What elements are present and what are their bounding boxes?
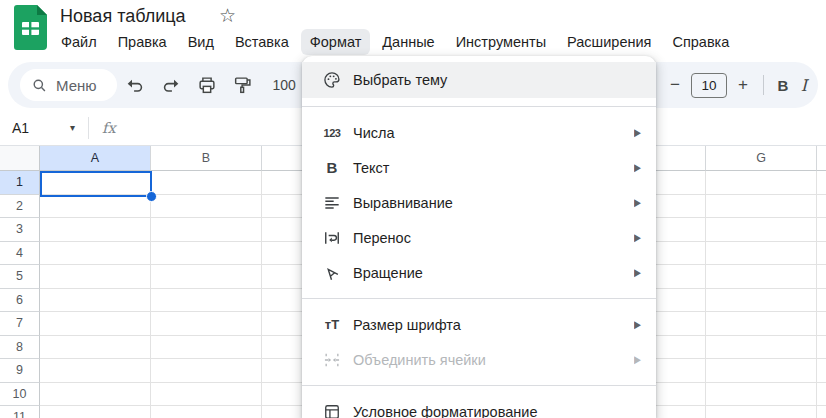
row-header-7[interactable]: 7 bbox=[0, 312, 40, 336]
menubar-item-extensions[interactable]: Расширения bbox=[558, 29, 660, 55]
submenu-arrow-icon: ▶ bbox=[634, 232, 641, 244]
menu-item-alignment[interactable]: Выравнивание ▶ bbox=[302, 185, 656, 220]
row-header-5[interactable]: 5 bbox=[0, 265, 40, 289]
menu-item-label: Условное форматирование bbox=[353, 404, 641, 418]
document-title[interactable]: Новая таблица bbox=[60, 4, 186, 28]
row-header-8[interactable]: 8 bbox=[0, 336, 40, 360]
paint-format-button[interactable] bbox=[229, 71, 257, 99]
menubar-item-view[interactable]: Вид bbox=[179, 29, 223, 55]
bold-text-icon: B bbox=[320, 159, 344, 176]
italic-button[interactable]: I bbox=[794, 76, 814, 95]
star-icon[interactable]: ☆ bbox=[219, 4, 236, 28]
font-size-input[interactable]: 10 bbox=[691, 73, 727, 98]
menu-item-choose-theme[interactable]: Выбрать тему bbox=[302, 62, 656, 98]
search-label: Меню bbox=[56, 77, 97, 94]
undo-button[interactable] bbox=[121, 71, 149, 99]
font-size-icon: тТ bbox=[320, 317, 344, 332]
increase-font-size-button[interactable]: + bbox=[731, 75, 755, 95]
print-icon bbox=[196, 74, 218, 96]
submenu-arrow-icon: ▶ bbox=[634, 267, 641, 279]
column-header-h[interactable] bbox=[817, 146, 826, 171]
bold-button[interactable]: B bbox=[772, 77, 794, 94]
text-wrap-icon bbox=[320, 228, 344, 248]
row-header-4[interactable]: 4 bbox=[0, 242, 40, 266]
text-rotation-icon bbox=[320, 263, 344, 283]
column-header-g[interactable]: G bbox=[706, 146, 817, 171]
menu-item-merge-cells: Объединить ячейки ▶ bbox=[302, 342, 656, 377]
menu-divider bbox=[302, 385, 656, 386]
search-menus-button[interactable]: Меню bbox=[20, 69, 117, 101]
menu-bar: Файл Правка Вид Вставка Формат Данные Ин… bbox=[52, 29, 738, 55]
row-header-1[interactable]: 1 bbox=[0, 171, 40, 195]
menu-item-rotation[interactable]: Вращение ▶ bbox=[302, 255, 656, 290]
submenu-arrow-icon: ▶ bbox=[634, 127, 641, 139]
numbers-123-icon: 123 bbox=[320, 127, 344, 139]
selected-cell-outline[interactable] bbox=[40, 171, 152, 197]
row-header-2[interactable]: 2 bbox=[0, 195, 40, 219]
menu-item-font-size[interactable]: тТ Размер шрифта ▶ bbox=[302, 307, 656, 342]
menu-item-text[interactable]: B Текст ▶ bbox=[302, 150, 656, 185]
menu-item-label: Объединить ячейки bbox=[353, 352, 634, 368]
row-header-11[interactable]: 11 bbox=[0, 406, 40, 418]
submenu-arrow-icon: ▶ bbox=[634, 197, 641, 209]
menubar-item-file[interactable]: Файл bbox=[52, 29, 106, 55]
menu-divider bbox=[302, 106, 656, 107]
menu-item-label: Размер шрифта bbox=[353, 317, 634, 333]
redo-icon bbox=[160, 74, 182, 96]
formula-bar-separator bbox=[88, 117, 89, 139]
menu-item-label: Перенос bbox=[353, 230, 634, 246]
row-header-10[interactable]: 10 bbox=[0, 383, 40, 407]
menubar-item-format[interactable]: Формат bbox=[301, 29, 371, 55]
menu-item-label: Текст bbox=[353, 160, 634, 176]
toolbar-font-controls: − 10 + B I bbox=[663, 62, 814, 108]
merge-cells-icon bbox=[320, 350, 344, 370]
row-header-9[interactable]: 9 bbox=[0, 359, 40, 383]
name-box-dropdown-icon[interactable]: ▾ bbox=[70, 122, 75, 133]
search-icon bbox=[30, 76, 49, 95]
menu-item-label: Выбрать тему bbox=[353, 72, 641, 88]
row-header-3[interactable]: 3 bbox=[0, 218, 40, 242]
fill-handle[interactable] bbox=[146, 191, 157, 202]
submenu-arrow-icon: ▶ bbox=[634, 319, 641, 331]
paint-roller-icon bbox=[232, 74, 254, 96]
submenu-arrow-icon: ▶ bbox=[634, 162, 641, 174]
row-header-6[interactable]: 6 bbox=[0, 289, 40, 313]
menubar-item-tools[interactable]: Инструменты bbox=[447, 29, 555, 55]
menu-item-label: Вращение bbox=[353, 265, 634, 281]
format-menu: Выбрать тему 123 Числа ▶ B Текст ▶ Вырав… bbox=[302, 56, 656, 418]
menubar-item-edit[interactable]: Правка bbox=[109, 29, 176, 55]
menu-item-wrapping[interactable]: Перенос ▶ bbox=[302, 220, 656, 255]
menu-divider bbox=[302, 298, 656, 299]
menubar-item-help[interactable]: Справка bbox=[663, 29, 738, 55]
submenu-arrow-icon: ▶ bbox=[634, 354, 641, 366]
menu-item-numbers[interactable]: 123 Числа ▶ bbox=[302, 115, 656, 150]
toolbar-separator bbox=[763, 75, 764, 95]
zoom-control[interactable]: 100 bbox=[273, 77, 296, 93]
menu-item-label: Выравнивание bbox=[353, 195, 634, 211]
decrease-font-size-button[interactable]: − bbox=[663, 75, 687, 95]
print-button[interactable] bbox=[193, 71, 221, 99]
align-icon bbox=[320, 193, 344, 213]
menubar-item-data[interactable]: Данные bbox=[373, 29, 443, 55]
undo-icon bbox=[124, 74, 146, 96]
palette-icon bbox=[320, 70, 344, 90]
column-header-a[interactable]: A bbox=[40, 146, 151, 171]
title-bar: Новая таблица ☆ Файл Правка Вид Вставка … bbox=[0, 0, 826, 56]
fx-icon: fx bbox=[102, 120, 116, 136]
column-header-b[interactable]: B bbox=[151, 146, 262, 171]
menubar-item-insert[interactable]: Вставка bbox=[226, 29, 298, 55]
sheets-logo-icon[interactable] bbox=[14, 5, 47, 50]
name-box[interactable]: A1 bbox=[12, 120, 70, 136]
select-all-corner[interactable] bbox=[0, 146, 40, 171]
redo-button[interactable] bbox=[157, 71, 185, 99]
conditional-format-icon bbox=[320, 402, 344, 418]
menu-item-label: Числа bbox=[353, 125, 634, 141]
menu-item-conditional-formatting[interactable]: Условное форматирование bbox=[302, 394, 656, 418]
